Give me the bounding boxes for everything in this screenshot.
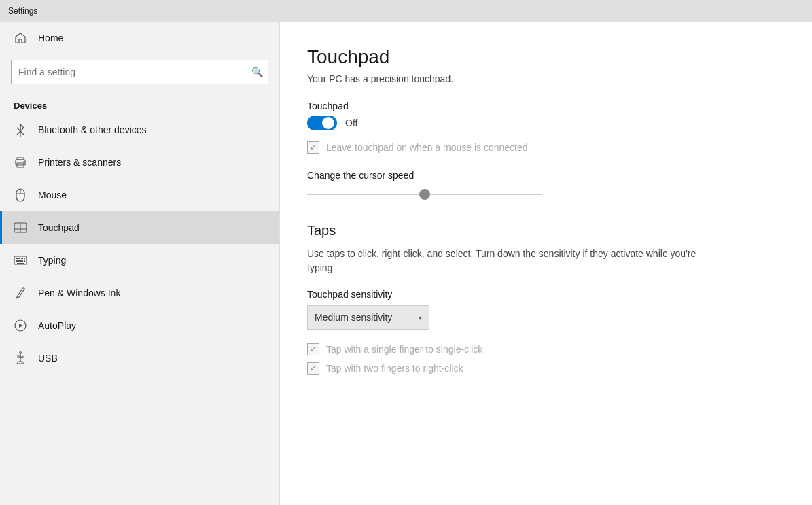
printer-icon xyxy=(14,156,27,169)
page-subtitle: Your PC has a precision touchpad. xyxy=(307,73,785,84)
sidebar-item-pen[interactable]: Pen & Windows Ink xyxy=(0,277,279,309)
tap-single-check-mark: ✓ xyxy=(310,345,317,354)
svg-rect-1 xyxy=(17,158,24,160)
sidebar-section-label: Devices xyxy=(0,95,279,114)
tap-single-row: ✓ Tap with a single finger to single-cli… xyxy=(307,343,785,355)
home-label: Home xyxy=(38,33,63,43)
tap-two-label: Tap with two fingers to right-click xyxy=(326,363,463,374)
sidebar-item-mouse[interactable]: Mouse xyxy=(0,179,279,211)
usb-icon xyxy=(14,351,27,365)
search-container: 🔍 xyxy=(11,60,268,84)
tap-two-check-mark: ✓ xyxy=(310,364,317,373)
bluetooth-icon xyxy=(14,123,27,137)
taps-description: Use taps to click, right-click, and sele… xyxy=(307,247,701,275)
svg-rect-18 xyxy=(17,263,24,264)
toggle-thumb xyxy=(322,117,334,129)
titlebar-controls: — xyxy=(781,0,812,22)
pen-icon xyxy=(14,286,27,300)
svg-rect-11 xyxy=(16,258,18,259)
page-title: Touchpad xyxy=(307,46,785,68)
svg-rect-21 xyxy=(18,355,20,357)
sidebar-item-bluetooth[interactable]: Bluetooth & other devices xyxy=(0,114,279,146)
mouse-label: Mouse xyxy=(38,190,67,201)
autoplay-label: AutoPlay xyxy=(38,320,76,331)
sensitivity-value: Medium sensitivity xyxy=(315,312,392,323)
usb-label: USB xyxy=(38,353,58,364)
search-input[interactable] xyxy=(11,60,268,84)
tap-two-checkbox[interactable]: ✓ xyxy=(307,362,319,375)
autoplay-icon xyxy=(14,319,27,332)
search-icon: 🔍 xyxy=(251,67,263,77)
svg-rect-12 xyxy=(18,258,20,259)
typing-label: Typing xyxy=(38,255,66,266)
touchpad-section-label: Touchpad xyxy=(307,101,785,111)
toggle-row: Off xyxy=(307,116,785,130)
cursor-speed-section: Change the cursor speed xyxy=(307,170,785,201)
sidebar-item-touchpad[interactable]: Touchpad xyxy=(0,211,279,244)
toggle-label: Off xyxy=(345,118,357,128)
touchpad-icon xyxy=(14,221,27,234)
mouse-icon xyxy=(14,188,27,202)
leave-touchpad-label: Leave touchpad on when a mouse is connec… xyxy=(326,142,528,153)
keyboard-icon xyxy=(14,254,27,267)
svg-point-3 xyxy=(23,162,24,163)
svg-rect-16 xyxy=(18,260,23,262)
slider-track-wrap xyxy=(307,188,785,201)
pen-label: Pen & Windows Ink xyxy=(38,288,120,298)
titlebar-title: Settings xyxy=(8,6,37,16)
minimize-button[interactable]: — xyxy=(781,0,812,22)
home-icon xyxy=(14,31,27,45)
app-body: Home 🔍 Devices Bluetooth & other devices xyxy=(0,22,812,505)
tap-two-row: ✓ Tap with two fingers to right-click xyxy=(307,362,785,375)
sidebar-item-autoplay[interactable]: AutoPlay xyxy=(0,309,279,342)
touchpad-nav-label: Touchpad xyxy=(38,222,80,233)
slider-track xyxy=(307,194,542,195)
titlebar: Settings — xyxy=(0,0,812,22)
svg-rect-15 xyxy=(16,260,18,262)
sidebar-item-usb[interactable]: USB xyxy=(0,342,279,375)
sidebar: Home 🔍 Devices Bluetooth & other devices xyxy=(0,22,280,505)
tap-single-checkbox[interactable]: ✓ xyxy=(307,343,319,355)
sidebar-item-printers[interactable]: Printers & scanners xyxy=(0,146,279,179)
sidebar-item-typing[interactable]: Typing xyxy=(0,244,279,277)
cursor-speed-label: Change the cursor speed xyxy=(307,170,785,181)
slider-thumb[interactable] xyxy=(419,189,430,200)
slider-fill xyxy=(307,194,425,195)
sensitivity-label: Touchpad sensitivity xyxy=(307,289,785,300)
svg-rect-13 xyxy=(21,258,23,259)
taps-section-title: Taps xyxy=(307,223,785,239)
sensitivity-dropdown[interactable]: Medium sensitivity ▾ xyxy=(307,305,429,330)
leave-touchpad-row: ✓ Leave touchpad on when a mouse is conn… xyxy=(307,141,785,154)
sidebar-item-home[interactable]: Home xyxy=(0,22,279,54)
svg-rect-14 xyxy=(24,258,25,259)
bluetooth-label: Bluetooth & other devices xyxy=(38,124,147,135)
tap-single-label: Tap with a single finger to single-click xyxy=(326,344,482,355)
printers-label: Printers & scanners xyxy=(38,157,121,168)
leave-touchpad-checkbox[interactable]: ✓ xyxy=(307,141,319,154)
check-mark: ✓ xyxy=(310,143,317,152)
main-content: Touchpad Your PC has a precision touchpa… xyxy=(280,22,812,505)
touchpad-toggle[interactable] xyxy=(307,116,337,130)
chevron-down-icon: ▾ xyxy=(419,314,422,321)
svg-rect-17 xyxy=(24,260,25,262)
